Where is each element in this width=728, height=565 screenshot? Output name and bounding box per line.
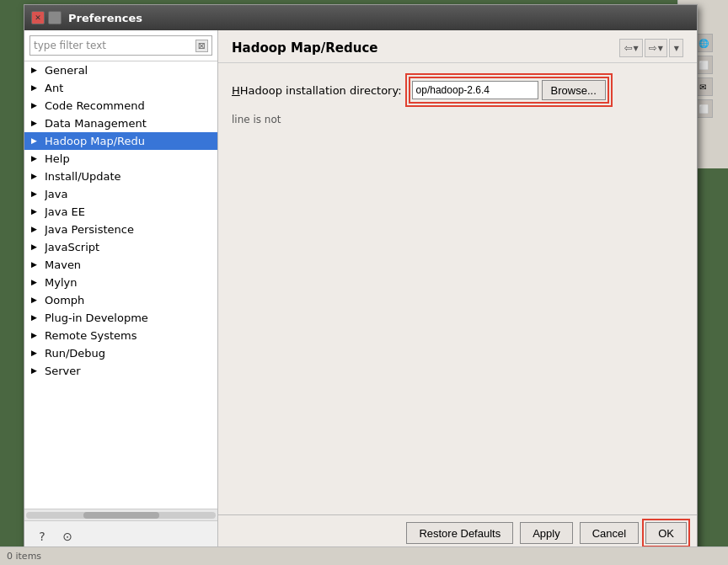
preferences-dialog: ✕ Preferences type filter text ⊠ ▶ — [24, 4, 698, 552]
minimize-button[interactable] — [48, 11, 62, 24]
restore-defaults-button[interactable]: Restore Defaults — [406, 522, 513, 544]
help-icon: ? — [39, 530, 45, 543]
tree-item-plugin-development[interactable]: ▶ Plug-in Developme — [24, 309, 217, 327]
tree-item-label: Oomph — [45, 294, 84, 306]
search-placeholder: type filter text — [34, 40, 195, 51]
tree-arrow: ▶ — [31, 296, 41, 306]
titlebar-buttons: ✕ — [31, 11, 62, 24]
forward-arrow-icon: ⇨ — [649, 42, 657, 54]
status-bar: 0 items — [0, 546, 728, 565]
tree-item-label: Mylyn — [45, 276, 77, 289]
tree-item-ant[interactable]: ▶ Ant — [24, 79, 217, 97]
tree-item-oomph[interactable]: ▶ Oomph — [24, 291, 217, 309]
scrollbar-track — [26, 512, 216, 519]
menu-dropdown-button[interactable]: ▼ — [669, 39, 683, 57]
right-header: Hadoop Map/Reduce ⇦ ▼ ⇨ ▼ ▼ — [218, 30, 697, 63]
tree-item-label: Help — [45, 152, 70, 165]
tree-arrow: ▶ — [31, 172, 41, 182]
tree-item-java-persistence[interactable]: ▶ Java Persistence — [24, 221, 217, 238]
right-content: HHadoop installation directory: Browse..… — [218, 63, 697, 514]
tree-item-run-debug[interactable]: ▶ Run/Debug — [24, 344, 217, 362]
note-text: line is not — [232, 114, 683, 125]
tree-arrow: ▶ — [31, 136, 41, 147]
tree-arrow: ▶ — [31, 83, 41, 93]
right-panel: Hadoop Map/Reduce ⇦ ▼ ⇨ ▼ ▼ — [218, 30, 697, 551]
tree-arrow: ▶ — [31, 260, 41, 270]
tree-item-label: Remote Systems — [45, 329, 137, 342]
back-arrow-icon: ⇦ — [624, 42, 632, 54]
tree-item-label: Server — [45, 365, 81, 377]
tree-arrow: ▶ — [31, 119, 41, 129]
form-label: HHadoop installation directory: — [232, 84, 402, 97]
forward-button[interactable]: ⇨ ▼ — [645, 39, 667, 57]
tree-arrow: ▶ — [31, 207, 41, 217]
apply-button[interactable]: Apply — [520, 522, 573, 544]
tree-item-install-update[interactable]: ▶ Install/Update — [24, 168, 217, 185]
tree-arrow: ▶ — [31, 331, 41, 341]
tree-item-server[interactable]: ▶ Server — [24, 362, 217, 380]
forward-dropdown-icon: ▼ — [657, 45, 663, 52]
hadoop-path-input[interactable] — [412, 81, 538, 99]
sidebar-scrollbar[interactable] — [24, 509, 217, 520]
tree-item-label: Install/Update — [45, 170, 121, 183]
back-dropdown-icon: ▼ — [632, 45, 638, 52]
scrollbar-thumb[interactable] — [83, 512, 159, 519]
tree-item-maven[interactable]: ▶ Maven — [24, 256, 217, 274]
settings-button[interactable]: ⊙ — [58, 527, 77, 546]
settings-icon: ⊙ — [62, 530, 72, 543]
titlebar: ✕ Preferences — [24, 5, 697, 30]
dialog-title: Preferences — [68, 12, 142, 24]
cancel-button[interactable]: Cancel — [580, 522, 639, 544]
help-button[interactable]: ? — [33, 527, 51, 546]
tree-arrow: ▶ — [31, 366, 41, 376]
tree-item-mylyn[interactable]: ▶ Mylyn — [24, 274, 217, 291]
tree-item-label: Plug-in Developme — [45, 312, 148, 324]
tree-item-label: Data Management — [45, 117, 147, 130]
nav-buttons: ⇦ ▼ ⇨ ▼ ▼ — [619, 39, 683, 57]
tree-item-hadoop[interactable]: ▶ Hadoop Map/Redu — [24, 132, 217, 150]
search-box: type filter text ⊠ — [24, 30, 217, 61]
tree-item-data-management[interactable]: ▶ Data Management — [24, 115, 217, 132]
tree-item-label: Java Persistence — [45, 223, 134, 236]
tree-item-java[interactable]: ▶ Java — [24, 185, 217, 203]
tree-arrow: ▶ — [31, 101, 41, 111]
tree-arrow: ▶ — [31, 349, 41, 359]
tree-item-javascript[interactable]: ▶ JavaScript — [24, 238, 217, 256]
tree-arrow: ▶ — [31, 225, 41, 235]
right-panel-title: Hadoop Map/Reduce — [232, 40, 377, 56]
tree-item-general[interactable]: ▶ General — [24, 61, 217, 79]
tree-arrow: ▶ — [31, 154, 41, 164]
tree-item-label: Hadoop Map/Redu — [45, 135, 145, 147]
tree-item-label: Java EE — [45, 205, 85, 218]
tree-item-label: Maven — [45, 259, 81, 271]
tree-arrow: ▶ — [31, 189, 41, 200]
tree-item-help[interactable]: ▶ Help — [24, 150, 217, 168]
form-label-underline: H — [232, 84, 240, 97]
search-clear-button[interactable]: ⊠ — [195, 40, 208, 52]
back-button[interactable]: ⇦ ▼ — [619, 39, 642, 57]
form-row: HHadoop installation directory: Browse..… — [232, 77, 683, 104]
search-input-wrapper[interactable]: type filter text ⊠ — [29, 35, 212, 56]
input-browse-group: Browse... — [409, 77, 609, 104]
tree-item-label: Run/Debug — [45, 347, 105, 360]
tree-arrow: ▶ — [31, 313, 41, 323]
tree-item-label: Code Recommend — [45, 99, 145, 112]
browse-button[interactable]: Browse... — [542, 80, 606, 100]
menu-dropdown-icon: ▼ — [673, 45, 679, 52]
tree-item-label: General — [45, 64, 88, 77]
dialog-content: type filter text ⊠ ▶ General ▶ Ant — [24, 30, 697, 551]
tree-arrow: ▶ — [31, 278, 41, 288]
dialog-footer: Restore Defaults Apply Cancel OK — [218, 514, 697, 551]
tree-arrow: ▶ — [31, 243, 41, 253]
ok-button[interactable]: OK — [645, 522, 687, 544]
tree-item-remote-systems[interactable]: ▶ Remote Systems — [24, 327, 217, 344]
tree-item-code-recommend[interactable]: ▶ Code Recommend — [24, 97, 217, 115]
close-button[interactable]: ✕ — [31, 11, 45, 24]
tree-arrow: ▶ — [31, 66, 41, 76]
tree-item-label: Java — [45, 188, 67, 200]
sidebar: type filter text ⊠ ▶ General ▶ Ant — [24, 30, 218, 551]
tree-item-label: JavaScript — [45, 241, 99, 253]
status-text: 0 items — [7, 551, 41, 562]
tree-item-java-ee[interactable]: ▶ Java EE — [24, 203, 217, 221]
tree-item-label: Ant — [45, 82, 63, 94]
